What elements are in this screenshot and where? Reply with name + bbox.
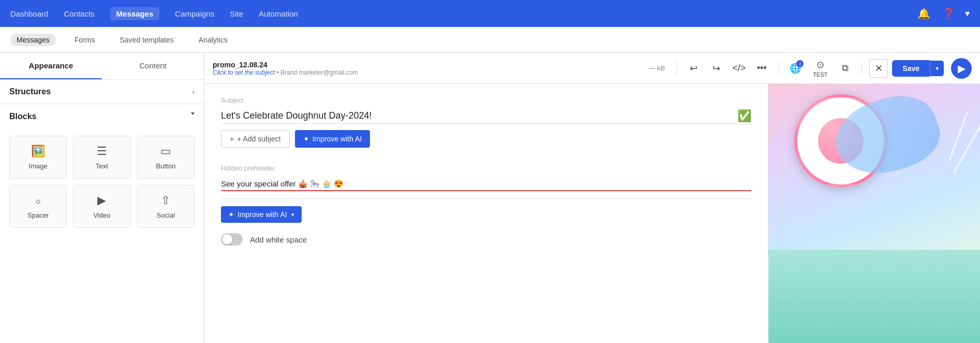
save-button[interactable]: Save xyxy=(892,60,930,77)
nav-item-automation[interactable]: Automation xyxy=(259,9,298,18)
toolbar-info: promo_12.08.24 Click to set the subject … xyxy=(213,61,644,76)
whitespace-label: Add white space xyxy=(250,235,307,244)
teal-bottom xyxy=(768,250,980,343)
email-editor: Subject ✅ + + Add subject xyxy=(204,84,768,343)
block-text[interactable]: ☰ Text xyxy=(73,136,130,179)
preheader-input[interactable] xyxy=(221,177,751,191)
run-button[interactable]: ▶ xyxy=(951,58,972,79)
block-image-label: Image xyxy=(29,162,48,170)
editor-area: Subject ✅ + + Add subject xyxy=(204,84,980,343)
redo-button[interactable]: ↪ xyxy=(707,59,725,78)
structures-chevron-icon: › xyxy=(192,88,195,96)
structures-section[interactable]: Structures › xyxy=(0,80,204,104)
improve-with-ai-preheader-button[interactable]: ✦ Improve with AI ▾ xyxy=(221,206,302,223)
copy-button[interactable]: ⧉ xyxy=(836,59,854,78)
text-icon: ☰ xyxy=(97,145,107,158)
plus-icon: + xyxy=(230,135,234,143)
preheader-label: Hidden preheader xyxy=(221,164,751,172)
test-icon: ⊙ xyxy=(816,59,824,70)
add-subject-label: + Add subject xyxy=(237,135,280,143)
block-video[interactable]: ▶ Video xyxy=(73,185,130,228)
test-button[interactable]: ⊙ TEST xyxy=(809,57,831,80)
sub-nav-analytics[interactable]: Analytics xyxy=(192,34,234,46)
block-button[interactable]: ▭ Button xyxy=(137,136,195,179)
block-image[interactable]: 🖼️ Image xyxy=(9,136,67,179)
nav-item-contacts[interactable]: Contacts xyxy=(64,9,94,18)
tab-content[interactable]: Content xyxy=(102,53,204,79)
sidebar-tabs: Appearance Content xyxy=(0,53,204,80)
improve-ai-preheader-label: Improve with AI xyxy=(237,210,287,219)
block-social-label: Social xyxy=(157,211,175,219)
account-dropdown[interactable]: ▾ xyxy=(965,8,970,19)
preview-area xyxy=(768,84,980,343)
filename: promo_12.08.24 xyxy=(213,61,644,69)
video-icon: ▶ xyxy=(97,194,106,207)
separator-3 xyxy=(862,61,862,76)
subject-label: Subject xyxy=(221,96,751,104)
button-icon: ▭ xyxy=(160,145,171,158)
subject-hint[interactable]: Click to set the subject • Brand markete… xyxy=(213,69,644,76)
block-spacer-label: Spacer xyxy=(27,211,49,219)
file-size: — kB xyxy=(648,64,665,72)
nav-right: 🔔 ❓ ▾ xyxy=(915,5,970,22)
sidebar: Appearance Content Structures › Blocks ˅… xyxy=(0,53,204,343)
subject-divider xyxy=(221,123,751,124)
separator-1 xyxy=(676,61,677,76)
close-button[interactable]: ✕ xyxy=(869,59,888,78)
save-button-group: Save ▾ xyxy=(892,60,944,77)
undo-button[interactable]: ↩ xyxy=(684,59,703,78)
nav-item-messages[interactable]: Messages xyxy=(110,7,160,20)
sub-nav-messages[interactable]: Messages xyxy=(10,34,56,46)
save-dropdown-button[interactable]: ▾ xyxy=(930,61,944,76)
blocks-grid: 🖼️ Image ☰ Text ▭ Button ⬦ Spacer ▶ V xyxy=(0,128,204,235)
notifications-button[interactable]: 🔔 xyxy=(915,5,932,22)
magic-wand-dropdown-icon: ✦ xyxy=(228,210,234,219)
sub-nav-forms[interactable]: Forms xyxy=(68,34,101,46)
check-icon: ✅ xyxy=(737,109,751,123)
improve-with-ai-subject-button[interactable]: ✦ Improve with AI xyxy=(295,130,370,148)
email-preview-image xyxy=(768,84,980,343)
help-button[interactable]: ❓ xyxy=(940,5,957,22)
separator-2 xyxy=(778,61,779,76)
nav-item-dashboard[interactable]: Dashboard xyxy=(10,9,48,18)
top-navigation: Dashboard Contacts Messages Campaigns Si… xyxy=(0,0,980,27)
block-spacer[interactable]: ⬦ Spacer xyxy=(9,185,67,228)
blocks-label: Blocks xyxy=(9,112,36,121)
subject-input[interactable] xyxy=(221,108,732,123)
whitespace-toggle[interactable] xyxy=(221,233,243,246)
improve-ai-subject-label: Improve with AI xyxy=(313,135,362,143)
code-button[interactable]: </> xyxy=(730,59,748,78)
social-icon: ⇧ xyxy=(161,194,170,207)
nav-item-site[interactable]: Site xyxy=(230,9,243,18)
email-form: Subject ✅ + + Add subject xyxy=(204,84,768,258)
block-text-label: Text xyxy=(96,162,108,170)
globe-button[interactable]: 🌐 1 xyxy=(786,59,805,78)
sidebar-scroll: Structures › Blocks ˅ 🖼️ Image ☰ Text ▭ … xyxy=(0,80,204,343)
image-icon: 🖼️ xyxy=(31,145,45,158)
preheader-divider xyxy=(221,198,751,199)
sub-nav-saved-templates[interactable]: Saved templates xyxy=(113,34,180,46)
block-social[interactable]: ⇧ Social xyxy=(137,185,195,228)
preheader-section: Hidden preheader ✦ Improve with AI ▾ Add… xyxy=(221,160,751,246)
block-button-label: Button xyxy=(156,162,176,170)
structures-label: Structures xyxy=(9,87,51,96)
main-layout: Appearance Content Structures › Blocks ˅… xyxy=(0,53,980,343)
toolbar: promo_12.08.24 Click to set the subject … xyxy=(204,53,980,84)
email-address: • Brand marketer@gmail.com xyxy=(276,69,358,76)
spacer-icon: ⬦ xyxy=(35,194,41,207)
sub-navigation: Messages Forms Saved templates Analytics xyxy=(0,27,980,53)
subject-placeholder: Click to set the subject xyxy=(213,69,275,76)
improve-ai-dropdown-caret-icon: ▾ xyxy=(291,211,294,218)
nav-item-campaigns[interactable]: Campaigns xyxy=(175,9,214,18)
subject-row: ✅ xyxy=(221,108,751,123)
subject-action-buttons: + + Add subject ✦ Improve with AI xyxy=(221,130,751,148)
blocks-section[interactable]: Blocks ˅ xyxy=(0,104,204,128)
test-label: TEST xyxy=(813,72,827,78)
globe-badge: 1 xyxy=(796,60,804,67)
nav-links: Dashboard Contacts Messages Campaigns Si… xyxy=(10,7,298,20)
subject-section: Subject ✅ + + Add subject xyxy=(221,96,751,148)
main-content: promo_12.08.24 Click to set the subject … xyxy=(204,53,980,343)
more-button[interactable]: ••• xyxy=(752,59,771,78)
tab-appearance[interactable]: Appearance xyxy=(0,53,102,79)
add-subject-button[interactable]: + + Add subject xyxy=(221,130,290,148)
